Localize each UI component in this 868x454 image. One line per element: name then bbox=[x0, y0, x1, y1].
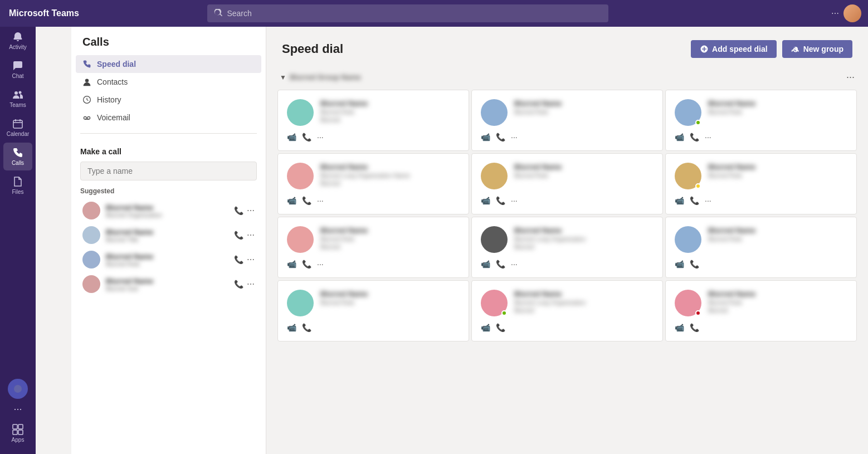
contact-card-8[interactable]: Blurred Name Blurred Long Organization B… bbox=[471, 217, 663, 278]
app-rail: Activity Chat Teams Calendar Calls Files… bbox=[0, 0, 36, 454]
rail-more-button[interactable]: ··· bbox=[13, 403, 22, 415]
contact-video-icon-7[interactable]: 📹 bbox=[287, 260, 296, 269]
suggestion-more-3[interactable]: ⋯ bbox=[247, 255, 255, 264]
suggestion-3[interactable]: Blurred Name Blurred Role 📞 ⋯ bbox=[80, 247, 257, 272]
search-bar[interactable] bbox=[207, 4, 608, 22]
search-input[interactable] bbox=[227, 9, 602, 18]
contact-avatar-5 bbox=[481, 163, 508, 189]
contact-video-icon-5[interactable]: 📹 bbox=[481, 196, 490, 205]
contact-card-2[interactable]: Blurred Name Blurred Role 📹 📞 ··· bbox=[471, 90, 663, 151]
svg-rect-2 bbox=[13, 120, 22, 128]
contact-call-icon-5[interactable]: 📞 bbox=[496, 196, 505, 205]
rail-item-files[interactable]: Files bbox=[3, 172, 32, 199]
rail-item-activity[interactable]: Activity bbox=[3, 27, 32, 55]
contact-video-icon-12[interactable]: 📹 bbox=[675, 323, 684, 332]
contact-call-icon-1[interactable]: 📞 bbox=[302, 133, 311, 141]
contact-call-icon-6[interactable]: 📞 bbox=[690, 196, 699, 205]
contact-card-9[interactable]: Blurred Name Blurred Role 📹 📞 bbox=[665, 217, 857, 278]
suggestion-name-3: Blurred Name bbox=[106, 252, 228, 261]
contact-card-10[interactable]: Blurred Name Blurred Role 📹 📞 bbox=[277, 280, 469, 341]
contact-video-icon-6[interactable]: 📹 bbox=[675, 196, 684, 205]
rail-item-apps[interactable]: Apps bbox=[3, 419, 32, 447]
contact-video-icon-4[interactable]: 📹 bbox=[287, 196, 296, 205]
add-speed-dial-button[interactable]: Add speed dial bbox=[691, 40, 777, 58]
rail-item-calendar[interactable]: Calendar bbox=[3, 114, 32, 141]
suggestion-2[interactable]: Blurred Name Blurred Title 📞 ⋯ bbox=[80, 223, 257, 247]
contact-more-icon-4[interactable]: ··· bbox=[317, 196, 324, 205]
suggestion-1[interactable]: Blurred Name Blurred Organization 📞 ⋯ bbox=[80, 198, 257, 223]
contact-call-icon-2[interactable]: 📞 bbox=[496, 133, 505, 141]
svg-rect-3 bbox=[13, 424, 17, 429]
contact-card-6[interactable]: Blurred Name Blurred Role 📹 📞 ··· bbox=[665, 153, 857, 214]
contact-more-icon-3[interactable]: ··· bbox=[705, 133, 711, 141]
contact-avatar-2 bbox=[481, 99, 508, 126]
contact-call-icon-12[interactable]: 📞 bbox=[690, 323, 699, 332]
contact-video-icon-2[interactable]: 📹 bbox=[481, 133, 490, 141]
contact-call-icon-4[interactable]: 📞 bbox=[302, 196, 311, 205]
suggestion-sub-2: Blurred Title bbox=[106, 236, 228, 243]
suggestion-call-4[interactable]: 📞 bbox=[234, 280, 243, 289]
contact-card-5[interactable]: Blurred Name Blurred Role 📹 📞 ··· bbox=[471, 153, 663, 214]
suggestion-call-1[interactable]: 📞 bbox=[234, 206, 243, 215]
nav-contacts[interactable]: Contacts bbox=[76, 73, 261, 91]
suggestion-call-2[interactable]: 📞 bbox=[234, 231, 243, 240]
svg-rect-5 bbox=[13, 430, 17, 435]
contact-call-icon-3[interactable]: 📞 bbox=[690, 133, 699, 141]
suggestion-4[interactable]: Blurred Name Blurred Sub 📞 ⋯ bbox=[80, 272, 257, 296]
nav-history[interactable]: History bbox=[76, 91, 261, 109]
contact-call-icon-11[interactable]: 📞 bbox=[496, 323, 505, 332]
contact-actions-9: 📹 📞 bbox=[675, 260, 847, 269]
contact-avatar-9 bbox=[675, 226, 701, 253]
contact-call-icon-7[interactable]: 📞 bbox=[302, 260, 311, 269]
contact-avatar-wrap-12 bbox=[675, 290, 701, 316]
contact-status-8: Blurred bbox=[514, 243, 654, 250]
contact-video-icon-8[interactable]: 📹 bbox=[481, 260, 490, 269]
contact-more-icon-8[interactable]: ··· bbox=[511, 260, 518, 269]
contact-actions-6: 📹 📞 ··· bbox=[675, 196, 847, 205]
contact-card-3[interactable]: Blurred Name Blurred Role 📹 📞 ··· bbox=[665, 90, 857, 151]
contact-more-icon-2[interactable]: ··· bbox=[511, 133, 518, 141]
contact-role-10: Blurred Role bbox=[320, 299, 460, 306]
rail-item-chat[interactable]: Chat bbox=[3, 56, 32, 84]
rail-item-calls[interactable]: Calls bbox=[3, 143, 32, 170]
suggestion-more-1[interactable]: ⋯ bbox=[247, 206, 255, 215]
contact-call-icon-9[interactable]: 📞 bbox=[690, 260, 699, 269]
contact-name-10: Blurred Name bbox=[320, 290, 460, 298]
suggestion-more-2[interactable]: ⋯ bbox=[247, 231, 255, 240]
contact-video-icon-9[interactable]: 📹 bbox=[675, 260, 684, 269]
call-name-input[interactable] bbox=[80, 162, 257, 180]
contact-more-icon-1[interactable]: ··· bbox=[317, 133, 324, 141]
suggestion-call-3[interactable]: 📞 bbox=[234, 255, 243, 264]
contact-video-icon-10[interactable]: 📹 bbox=[287, 323, 296, 332]
header-user-avatar[interactable] bbox=[843, 4, 861, 22]
contact-status-12: Blurred bbox=[708, 307, 847, 314]
contact-role-9: Blurred Role bbox=[708, 236, 847, 242]
suggestion-avatar-4 bbox=[82, 275, 100, 293]
nav-voicemail[interactable]: Voicemail bbox=[76, 109, 261, 126]
contact-video-icon-1[interactable]: 📹 bbox=[287, 133, 296, 141]
contact-call-icon-8[interactable]: 📞 bbox=[496, 260, 505, 269]
contact-card-7[interactable]: Blurred Name Blurred Role Blurred 📹 📞 ··… bbox=[277, 217, 469, 278]
svg-point-0 bbox=[14, 91, 18, 95]
contact-card-1[interactable]: Blurred Name Blurred Role Blurred 📹 📞 ··… bbox=[277, 90, 469, 151]
contact-avatar-wrap-10 bbox=[287, 290, 314, 316]
group-more-button[interactable]: ··· bbox=[846, 71, 855, 83]
contact-call-icon-10[interactable]: 📞 bbox=[302, 323, 311, 332]
header-settings-icon[interactable]: ⋯ bbox=[831, 9, 839, 18]
rail-item-teams[interactable]: Teams bbox=[3, 85, 32, 113]
rail-status-indicator[interactable] bbox=[8, 379, 28, 399]
nav-speed-dial[interactable]: Speed dial bbox=[76, 55, 261, 73]
contact-more-icon-7[interactable]: ··· bbox=[317, 260, 324, 269]
contact-video-icon-11[interactable]: 📹 bbox=[481, 323, 490, 332]
new-group-button[interactable]: New group bbox=[782, 40, 852, 58]
contact-video-icon-3[interactable]: 📹 bbox=[675, 133, 684, 141]
contact-card-11[interactable]: Blurred Name Blurred Long Organization B… bbox=[471, 280, 663, 341]
contact-name-2: Blurred Name bbox=[514, 99, 654, 108]
suggested-label: Suggested bbox=[80, 187, 257, 195]
suggestion-more-4[interactable]: ⋯ bbox=[247, 280, 255, 289]
suggestion-sub-4: Blurred Sub bbox=[106, 285, 228, 292]
contact-more-icon-6[interactable]: ··· bbox=[705, 196, 711, 205]
contact-more-icon-5[interactable]: ··· bbox=[511, 196, 518, 205]
contact-card-4[interactable]: Blurred Name Blurred Long Organization N… bbox=[277, 153, 469, 214]
contact-card-12[interactable]: Blurred Name Blurred Role Blurred 📹 📞 bbox=[665, 280, 857, 341]
